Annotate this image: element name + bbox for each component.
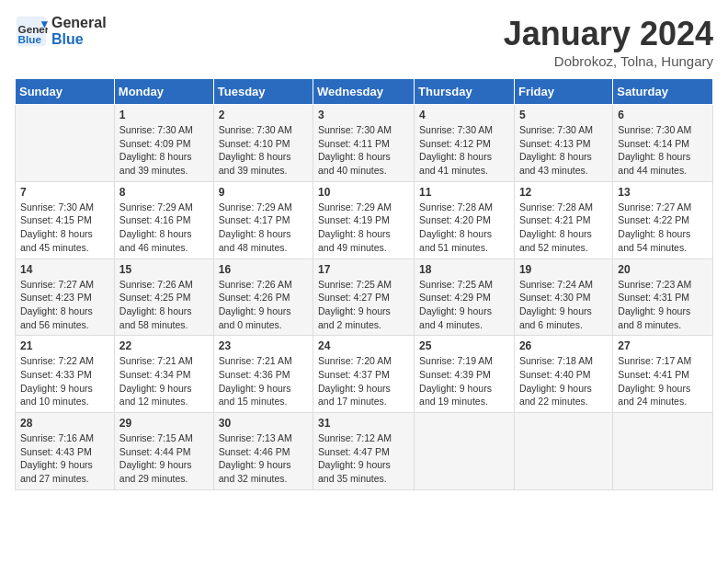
day-content: Sunrise: 7:26 AMSunset: 4:26 PMDaylight:… [219,278,308,332]
calendar-cell: 26Sunrise: 7:18 AMSunset: 4:40 PMDayligh… [514,336,612,413]
calendar-cell: 18Sunrise: 7:25 AMSunset: 4:29 PMDayligh… [415,259,515,336]
day-content: Sunrise: 7:27 AMSunset: 4:22 PMDaylight:… [618,201,708,255]
header-sunday: Sunday [16,79,115,105]
calendar-cell: 20Sunrise: 7:23 AMSunset: 4:31 PMDayligh… [613,259,713,336]
logo: General Blue General Blue [15,15,107,48]
day-number: 21 [20,339,109,352]
day-number: 6 [618,109,708,121]
month-title: January 2024 [504,15,713,53]
header-monday: Monday [114,79,213,105]
calendar-cell: 12Sunrise: 7:28 AMSunset: 4:21 PMDayligh… [514,181,612,259]
calendar-cell: 7Sunrise: 7:30 AMSunset: 4:15 PMDaylight… [16,181,115,259]
day-number: 13 [618,186,708,199]
week-row-5: 28Sunrise: 7:16 AMSunset: 4:43 PMDayligh… [16,413,713,490]
calendar-cell: 14Sunrise: 7:27 AMSunset: 4:23 PMDayligh… [16,259,115,336]
logo-text-line1: General [51,15,107,31]
day-content: Sunrise: 7:27 AMSunset: 4:23 PMDaylight:… [20,278,109,332]
calendar-cell: 27Sunrise: 7:17 AMSunset: 4:41 PMDayligh… [613,336,713,413]
day-content: Sunrise: 7:21 AMSunset: 4:34 PMDaylight:… [119,354,209,408]
svg-text:Blue: Blue [18,33,42,45]
day-number: 5 [519,109,608,121]
day-number: 29 [119,417,209,430]
calendar-body: 1Sunrise: 7:30 AMSunset: 4:09 PMDaylight… [16,105,713,490]
day-number: 23 [219,339,308,352]
calendar-cell: 30Sunrise: 7:13 AMSunset: 4:46 PMDayligh… [213,413,313,490]
calendar-cell: 21Sunrise: 7:22 AMSunset: 4:33 PMDayligh… [16,336,115,413]
day-number: 8 [119,186,209,199]
calendar-cell: 28Sunrise: 7:16 AMSunset: 4:43 PMDayligh… [16,413,115,490]
header-friday: Friday [514,79,612,105]
day-content: Sunrise: 7:28 AMSunset: 4:21 PMDaylight:… [519,201,608,255]
day-content: Sunrise: 7:20 AMSunset: 4:37 PMDaylight:… [318,354,409,408]
day-number: 7 [20,186,109,199]
calendar-cell [613,413,713,490]
logo-text-line2: Blue [51,31,107,48]
day-content: Sunrise: 7:29 AMSunset: 4:17 PMDaylight:… [219,201,308,255]
calendar-cell: 31Sunrise: 7:12 AMSunset: 4:47 PMDayligh… [313,413,415,490]
day-content: Sunrise: 7:30 AMSunset: 4:12 PMDaylight:… [419,123,509,178]
day-content: Sunrise: 7:19 AMSunset: 4:39 PMDaylight:… [419,354,509,408]
calendar-cell [514,413,612,490]
calendar-table: SundayMondayTuesdayWednesdayThursdayFrid… [15,78,713,490]
day-number: 1 [119,109,209,121]
day-number: 2 [219,109,308,121]
day-content: Sunrise: 7:26 AMSunset: 4:25 PMDaylight:… [119,278,209,332]
calendar-header: SundayMondayTuesdayWednesdayThursdayFrid… [16,79,713,105]
day-number: 4 [419,109,509,121]
day-content: Sunrise: 7:25 AMSunset: 4:29 PMDaylight:… [419,278,509,332]
day-number: 24 [318,339,409,352]
week-row-3: 14Sunrise: 7:27 AMSunset: 4:23 PMDayligh… [16,259,713,336]
calendar-cell: 8Sunrise: 7:29 AMSunset: 4:16 PMDaylight… [114,181,213,259]
calendar-cell: 22Sunrise: 7:21 AMSunset: 4:34 PMDayligh… [114,336,213,413]
day-number: 14 [20,263,109,276]
day-number: 10 [318,186,409,199]
day-content: Sunrise: 7:29 AMSunset: 4:16 PMDaylight:… [119,201,209,255]
day-number: 15 [119,263,209,276]
day-content: Sunrise: 7:30 AMSunset: 4:11 PMDaylight:… [318,123,409,178]
header-wednesday: Wednesday [313,79,415,105]
day-number: 30 [219,417,308,430]
calendar-cell: 15Sunrise: 7:26 AMSunset: 4:25 PMDayligh… [114,259,213,336]
location-subtitle: Dobrokoz, Tolna, Hungary [504,53,713,69]
header-thursday: Thursday [415,79,515,105]
day-number: 31 [318,417,409,430]
day-content: Sunrise: 7:30 AMSunset: 4:13 PMDaylight:… [519,123,608,178]
week-row-1: 1Sunrise: 7:30 AMSunset: 4:09 PMDaylight… [16,105,713,182]
day-number: 17 [318,263,409,276]
header-row: SundayMondayTuesdayWednesdayThursdayFrid… [16,79,713,105]
day-content: Sunrise: 7:30 AMSunset: 4:14 PMDaylight:… [618,123,708,178]
day-content: Sunrise: 7:24 AMSunset: 4:30 PMDaylight:… [519,278,608,332]
calendar-cell: 4Sunrise: 7:30 AMSunset: 4:12 PMDaylight… [415,105,515,182]
calendar-cell: 29Sunrise: 7:15 AMSunset: 4:44 PMDayligh… [114,413,213,490]
day-content: Sunrise: 7:29 AMSunset: 4:19 PMDaylight:… [318,201,409,255]
calendar-cell: 6Sunrise: 7:30 AMSunset: 4:14 PMDaylight… [613,105,713,182]
day-content: Sunrise: 7:30 AMSunset: 4:15 PMDaylight:… [20,201,109,255]
calendar-cell: 23Sunrise: 7:21 AMSunset: 4:36 PMDayligh… [213,336,313,413]
calendar-cell: 24Sunrise: 7:20 AMSunset: 4:37 PMDayligh… [313,336,415,413]
calendar-cell: 11Sunrise: 7:28 AMSunset: 4:20 PMDayligh… [415,181,515,259]
day-number: 12 [519,186,608,199]
day-content: Sunrise: 7:22 AMSunset: 4:33 PMDaylight:… [20,354,109,408]
calendar-cell: 13Sunrise: 7:27 AMSunset: 4:22 PMDayligh… [613,181,713,259]
calendar-cell: 19Sunrise: 7:24 AMSunset: 4:30 PMDayligh… [514,259,612,336]
day-content: Sunrise: 7:30 AMSunset: 4:10 PMDaylight:… [219,123,308,178]
calendar-cell: 1Sunrise: 7:30 AMSunset: 4:09 PMDaylight… [114,105,213,182]
calendar-cell: 25Sunrise: 7:19 AMSunset: 4:39 PMDayligh… [415,336,515,413]
day-content: Sunrise: 7:28 AMSunset: 4:20 PMDaylight:… [419,201,509,255]
calendar-cell: 16Sunrise: 7:26 AMSunset: 4:26 PMDayligh… [213,259,313,336]
day-number: 22 [119,339,209,352]
day-content: Sunrise: 7:12 AMSunset: 4:47 PMDaylight:… [318,431,409,486]
day-content: Sunrise: 7:15 AMSunset: 4:44 PMDaylight:… [119,431,209,486]
header-saturday: Saturday [613,79,713,105]
calendar-cell [16,105,115,182]
day-content: Sunrise: 7:16 AMSunset: 4:43 PMDaylight:… [20,431,109,486]
week-row-2: 7Sunrise: 7:30 AMSunset: 4:15 PMDaylight… [16,181,713,259]
logo-icon: General Blue [15,15,48,48]
calendar-cell: 2Sunrise: 7:30 AMSunset: 4:10 PMDaylight… [213,105,313,182]
week-row-4: 21Sunrise: 7:22 AMSunset: 4:33 PMDayligh… [16,336,713,413]
calendar-cell: 3Sunrise: 7:30 AMSunset: 4:11 PMDaylight… [313,105,415,182]
day-number: 28 [20,417,109,430]
day-number: 25 [419,339,509,352]
day-number: 16 [219,263,308,276]
day-content: Sunrise: 7:25 AMSunset: 4:27 PMDaylight:… [318,278,409,332]
